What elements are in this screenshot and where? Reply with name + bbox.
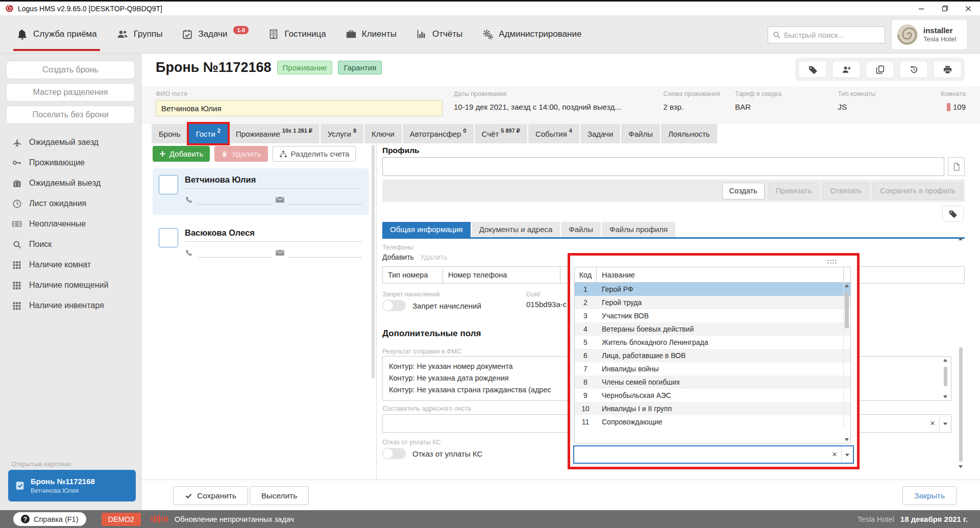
- guest-tags-button[interactable]: [942, 206, 964, 222]
- booking-tab[interactable]: Файлы: [621, 124, 660, 143]
- sidebar-item-space-availability[interactable]: Наличие помещений: [0, 275, 141, 295]
- guest-checkbox[interactable]: [159, 175, 178, 194]
- booking-tab[interactable]: Задачи: [580, 124, 620, 143]
- privilege-row[interactable]: 1 Герой РФ: [575, 283, 850, 296]
- sidebar-item-expected-arrival[interactable]: Ожидаемый заезд: [0, 132, 141, 153]
- booking-tab[interactable]: Проживание10x 1 281 ₽: [229, 124, 320, 143]
- form-scrollbar[interactable]: [959, 237, 963, 468]
- privilege-row[interactable]: 5 Житель блокадного Ленинграда: [575, 336, 850, 349]
- sidebar-item-expected-departure[interactable]: Ожидаемый выезд: [0, 173, 141, 193]
- search-input[interactable]: [784, 31, 886, 39]
- nav-hotel[interactable]: Гостиница: [265, 15, 329, 53]
- nav-reports[interactable]: Отчёты: [413, 15, 465, 53]
- booking-tab[interactable]: Ключи: [364, 124, 402, 143]
- charge-ban-toggle[interactable]: Запрет начислений: [382, 300, 481, 311]
- open-card-booking[interactable]: Бронь №1172168 Ветчинова Юлия: [8, 470, 136, 501]
- privilege-input[interactable]: ×: [573, 445, 854, 464]
- guest-name-input[interactable]: [156, 100, 443, 116]
- guest-checkbox[interactable]: [159, 228, 178, 247]
- grid-icon: [11, 301, 22, 310]
- guest-email-field[interactable]: [289, 196, 362, 205]
- sidebar-button[interactable]: Создать бронь: [6, 61, 135, 79]
- booking-tab[interactable]: Бронь: [152, 124, 188, 143]
- print-button[interactable]: [933, 61, 962, 78]
- close-card-button[interactable]: Закрыть: [902, 486, 957, 505]
- demo-badge[interactable]: DEMO2: [102, 513, 141, 526]
- booking-tab[interactable]: Услуги8: [321, 124, 363, 143]
- privilege-row[interactable]: 4 Ветераны боевых действий: [575, 322, 850, 336]
- privilege-row[interactable]: 11 Сопровождающие: [575, 415, 850, 429]
- close-icon[interactable]: [957, 2, 980, 15]
- sidebar-button[interactable]: Мастер разделения: [6, 83, 135, 102]
- nav-clients[interactable]: Клиенты: [342, 15, 400, 53]
- profile-action-button[interactable]: Сохранить в профиль: [873, 183, 963, 199]
- help-button[interactable]: ?Справка (F1): [13, 512, 86, 526]
- user-menu[interactable]: installer Tesla Hotel: [891, 19, 968, 50]
- add-guest-profile-button[interactable]: [832, 61, 861, 78]
- toggle-off-icon[interactable]: [382, 448, 406, 459]
- sidebar-item-unpaid[interactable]: Неоплаченные: [0, 214, 141, 234]
- nav-tasks[interactable]: Задачи 1-0: [179, 15, 252, 53]
- sidebar-item-inhouse[interactable]: Проживающие: [0, 153, 141, 173]
- privilege-row[interactable]: 10 Инвалиды I и II групп: [575, 402, 850, 415]
- nav-front-desk[interactable]: Служба приёма: [13, 15, 100, 53]
- toggle-off-icon[interactable]: [382, 300, 406, 311]
- profile-action-button[interactable]: Создать: [722, 183, 765, 199]
- booking-tab[interactable]: Счёт5 897 ₽: [475, 124, 527, 143]
- history-button[interactable]: [899, 61, 928, 78]
- minimize-button[interactable]: [910, 2, 933, 15]
- clear-icon[interactable]: ×: [926, 418, 939, 429]
- profile-action-button[interactable]: Отвязать: [823, 183, 869, 199]
- save-button[interactable]: Сохранить: [173, 486, 248, 505]
- checkout-button[interactable]: Выселить: [250, 486, 309, 505]
- guest-phone-field[interactable]: [198, 196, 271, 205]
- profile-action-button[interactable]: Привязать: [769, 183, 819, 199]
- add-guest-button[interactable]: Добавить: [153, 146, 210, 162]
- nav-groups[interactable]: Группы: [113, 15, 166, 53]
- profile-tab[interactable]: Файлы: [561, 222, 601, 237]
- tags-button[interactable]: [798, 61, 827, 78]
- sidebar-item-room-availability[interactable]: Наличие комнат: [0, 255, 141, 275]
- profile-input[interactable]: [382, 157, 944, 176]
- guest-list-scrollbar[interactable]: [372, 145, 375, 379]
- sidebar-button[interactable]: Поселить без брони: [6, 106, 135, 124]
- guest-card[interactable]: Васюкова Олеся: [153, 221, 369, 268]
- phone-add-link[interactable]: Добавить: [382, 253, 414, 261]
- sidebar-item-inventory-availability[interactable]: Наличие инвентаря: [0, 295, 141, 316]
- privilege-row[interactable]: 8 Члены семей погибших: [575, 375, 850, 389]
- fms-scrollbar[interactable]: [942, 359, 949, 398]
- profile-tab[interactable]: Документы и адреса: [472, 222, 560, 237]
- info-field: Схема проживания 2 взр.: [663, 90, 735, 111]
- guest-phone-field[interactable]: [198, 249, 271, 258]
- privilege-row[interactable]: 2 Герой труда: [575, 296, 850, 309]
- app-logo-icon: [5, 4, 14, 13]
- privilege-row[interactable]: 7 Инвалиды войны: [575, 362, 850, 375]
- chevron-down-icon[interactable]: [939, 415, 951, 432]
- privilege-row[interactable]: 9 Чернобыльская АЭС: [575, 389, 850, 402]
- booking-tab[interactable]: Автотрансфер0: [403, 124, 474, 143]
- ks-refusal-toggle[interactable]: Отказ от уплаты КС: [382, 448, 482, 459]
- drag-handle-icon[interactable]: [827, 259, 837, 264]
- booking-tab[interactable]: События4: [528, 124, 579, 143]
- booking-tab[interactable]: Лояльность: [661, 124, 717, 143]
- profile-tab[interactable]: Файлы профиля: [602, 222, 675, 237]
- clear-icon[interactable]: ×: [828, 449, 841, 460]
- hotel-name: Tesla Hotel: [857, 515, 894, 523]
- dropdown-scrollbar[interactable]: [844, 284, 850, 441]
- privilege-row[interactable]: 3 Участник ВОВ: [575, 309, 850, 322]
- copy-button[interactable]: [866, 61, 894, 78]
- guest-card[interactable]: Ветчинова Юлия: [153, 168, 369, 215]
- profile-tab[interactable]: Общая информация: [382, 222, 471, 237]
- privilege-row[interactable]: 6 Лица, работавшие в ВОВ: [575, 349, 850, 362]
- booking-tab[interactable]: Гости2: [189, 124, 228, 143]
- chevron-down-icon[interactable]: [841, 446, 853, 463]
- restore-button[interactable]: [933, 2, 957, 15]
- privilege-code: 1: [575, 285, 596, 293]
- profile-file-button[interactable]: [948, 157, 965, 176]
- nav-administration[interactable]: Администрирование: [479, 15, 584, 53]
- sidebar-item-search[interactable]: Поиск: [0, 234, 141, 255]
- guest-email-field[interactable]: [289, 249, 362, 258]
- sidebar-item-waitlist[interactable]: Лист ожидания: [0, 193, 141, 214]
- privilege-code: 4: [575, 325, 596, 333]
- split-accounts-button[interactable]: Разделить счета: [273, 146, 356, 162]
